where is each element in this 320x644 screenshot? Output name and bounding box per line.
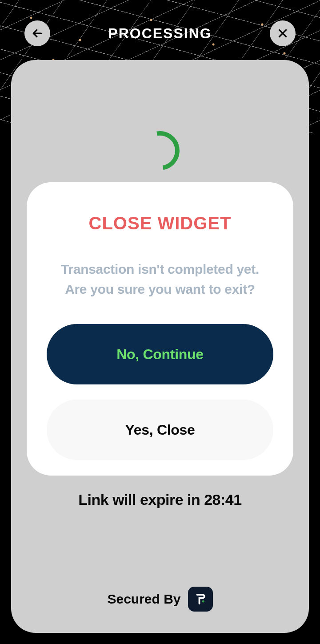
page-title: PROCESSING — [108, 25, 212, 42]
expiry-text: Link will expire in 28:41 — [11, 491, 309, 508]
brand-logo-icon — [188, 587, 213, 612]
arrow-left-icon — [32, 28, 43, 39]
modal-body: Transaction isn't completed yet. Are you… — [47, 259, 273, 299]
svg-point-3 — [202, 600, 204, 603]
expiry-time: 28:41 — [204, 491, 241, 508]
expiry-prefix: Link will expire in — [78, 491, 204, 508]
modal-title: CLOSE WIDGET — [47, 213, 273, 233]
secured-footer: Secured By — [11, 587, 309, 612]
secured-label: Secured By — [107, 592, 180, 607]
close-confirmation-modal: CLOSE WIDGET Transaction isn't completed… — [27, 182, 293, 476]
modal-line1: Transaction isn't completed yet. — [47, 259, 273, 279]
header: PROCESSING — [0, 18, 320, 49]
close-button[interactable] — [270, 20, 296, 46]
confirm-close-button[interactable]: Yes, Close — [47, 400, 273, 460]
close-icon — [277, 28, 288, 39]
continue-button[interactable]: No, Continue — [47, 324, 273, 384]
back-button[interactable] — [24, 20, 50, 46]
loading-spinner-icon — [133, 124, 188, 178]
modal-line2: Are you sure you want to exit? — [47, 279, 273, 299]
